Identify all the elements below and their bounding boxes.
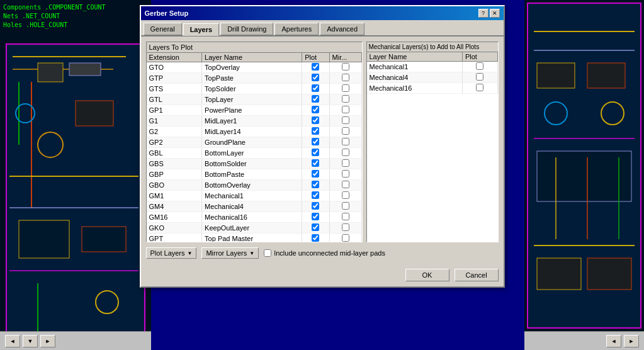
bottom-area: Plot Layers ▼ Mirror Layers ▼ Include un…	[146, 247, 499, 259]
include-unconnected-label[interactable]: Include unconnected mid-layer pads	[264, 249, 385, 257]
layer-mirror-cell[interactable]	[329, 62, 361, 73]
layer-mirror-checkbox[interactable]	[342, 95, 349, 103]
layer-mirror-cell[interactable]	[329, 116, 361, 127]
layer-mirror-checkbox[interactable]	[342, 223, 349, 231]
layer-mirror-cell[interactable]	[329, 234, 361, 242]
include-unconnected-checkbox[interactable]	[264, 249, 271, 257]
mirror-layers-button[interactable]: Mirror Layers ▼	[201, 247, 259, 259]
layer-mirror-cell[interactable]	[329, 127, 361, 137]
layer-plot-cell[interactable]	[302, 180, 329, 191]
layer-mirror-cell[interactable]	[329, 84, 361, 94]
layer-mirror-checkbox[interactable]	[342, 84, 349, 92]
layer-mirror-checkbox[interactable]	[342, 213, 349, 220]
layer-name: TopSolder	[202, 84, 302, 94]
layer-plot-checkbox[interactable]	[312, 223, 319, 231]
layer-plot-checkbox[interactable]	[312, 138, 319, 145]
layer-row: GPT Top Pad Master	[147, 234, 362, 242]
help-button[interactable]: ?	[478, 9, 489, 18]
cancel-button[interactable]: Cancel	[455, 269, 499, 281]
layer-mirror-checkbox[interactable]	[342, 63, 349, 71]
layer-mirror-cell[interactable]	[329, 105, 361, 116]
layers-table: Extension Layer Name Plot Mir... GTO Top…	[147, 53, 362, 242]
layer-plot-checkbox[interactable]	[312, 170, 319, 178]
layer-plot-checkbox[interactable]	[312, 181, 319, 188]
layer-mirror-checkbox[interactable]	[342, 106, 349, 113]
layer-mirror-checkbox[interactable]	[342, 234, 349, 242]
layer-plot-checkbox[interactable]	[312, 159, 319, 167]
layer-plot-cell[interactable]	[302, 169, 329, 180]
close-button[interactable]: ✕	[490, 9, 500, 18]
layer-plot-cell[interactable]	[302, 234, 329, 242]
layer-plot-checkbox[interactable]	[312, 74, 319, 81]
layer-mirror-checkbox[interactable]	[342, 181, 349, 188]
layer-plot-cell[interactable]	[302, 62, 329, 73]
mech-plot-checkbox[interactable]	[476, 62, 483, 70]
layer-plot-cell[interactable]	[302, 137, 329, 148]
layer-mirror-checkbox[interactable]	[342, 74, 349, 81]
layer-mirror-checkbox[interactable]	[342, 149, 349, 156]
mech-plot-cell[interactable]	[462, 83, 497, 94]
layer-plot-cell[interactable]	[302, 94, 329, 105]
layers-table-scroll[interactable]: Extension Layer Name Plot Mir... GTO Top…	[147, 53, 362, 242]
layer-mirror-checkbox[interactable]	[342, 159, 349, 167]
layer-mirror-cell[interactable]	[329, 94, 361, 105]
layer-mirror-checkbox[interactable]	[342, 170, 349, 178]
layer-plot-checkbox[interactable]	[312, 191, 319, 199]
mech-plot-checkbox[interactable]	[476, 84, 483, 91]
layer-mirror-checkbox[interactable]	[342, 116, 349, 124]
layer-mirror-cell[interactable]	[329, 159, 361, 169]
tab-layers[interactable]: Layers	[183, 23, 219, 36]
layer-plot-checkbox[interactable]	[312, 116, 319, 124]
layer-plot-checkbox[interactable]	[312, 63, 319, 71]
layer-plot-checkbox[interactable]	[312, 127, 319, 135]
col-plot: Plot	[302, 53, 329, 62]
layer-plot-cell[interactable]	[302, 223, 329, 234]
layer-plot-cell[interactable]	[302, 212, 329, 223]
layer-mirror-checkbox[interactable]	[342, 127, 349, 135]
layer-row: GKO KeepOutLayer	[147, 223, 362, 234]
tab-advanced[interactable]: Advanced	[320, 23, 364, 35]
layer-mirror-checkbox[interactable]	[342, 202, 349, 210]
layer-name: Mechanical1	[202, 191, 302, 201]
mech-plot-cell[interactable]	[462, 62, 497, 72]
layer-plot-checkbox[interactable]	[312, 95, 319, 103]
layer-plot-cell[interactable]	[302, 73, 329, 84]
layer-plot-cell[interactable]	[302, 116, 329, 127]
layer-mirror-cell[interactable]	[329, 137, 361, 148]
layer-mirror-cell[interactable]	[329, 169, 361, 180]
layer-plot-cell[interactable]	[302, 148, 329, 159]
layer-plot-cell[interactable]	[302, 191, 329, 201]
layer-ext: GP2	[147, 137, 202, 148]
layer-plot-checkbox[interactable]	[312, 213, 319, 220]
layer-mirror-cell[interactable]	[329, 73, 361, 84]
layer-mirror-cell[interactable]	[329, 201, 361, 212]
layer-ext: GPT	[147, 234, 202, 242]
tab-general[interactable]: General	[144, 23, 182, 35]
tab-drill-drawing[interactable]: Drill Drawing	[220, 23, 273, 35]
mech-plot-cell[interactable]	[462, 72, 497, 83]
layer-ext: GP1	[147, 105, 202, 116]
layer-mirror-cell[interactable]	[329, 191, 361, 201]
layer-plot-checkbox[interactable]	[312, 234, 319, 242]
layer-plot-cell[interactable]	[302, 127, 329, 137]
layer-mirror-cell[interactable]	[329, 148, 361, 159]
layer-mirror-cell[interactable]	[329, 180, 361, 191]
layer-plot-checkbox[interactable]	[312, 202, 319, 210]
layer-mirror-cell[interactable]	[329, 212, 361, 223]
layer-row: GM1 Mechanical1	[147, 191, 362, 201]
layer-mirror-checkbox[interactable]	[342, 138, 349, 145]
plot-layers-button[interactable]: Plot Layers ▼	[146, 247, 197, 259]
layer-plot-cell[interactable]	[302, 105, 329, 116]
layer-mirror-cell[interactable]	[329, 223, 361, 234]
layer-plot-cell[interactable]	[302, 84, 329, 94]
layer-mirror-checkbox[interactable]	[342, 191, 349, 199]
ok-button[interactable]: OK	[405, 269, 449, 281]
layer-plot-cell[interactable]	[302, 201, 329, 212]
tab-apertures[interactable]: Apertures	[274, 23, 319, 35]
layer-plot-checkbox[interactable]	[312, 84, 319, 92]
layer-plot-checkbox[interactable]	[312, 149, 319, 156]
plot-layers-arrow-icon: ▼	[188, 251, 193, 256]
layer-plot-checkbox[interactable]	[312, 106, 319, 113]
layer-plot-cell[interactable]	[302, 159, 329, 169]
mech-plot-checkbox[interactable]	[476, 73, 483, 81]
